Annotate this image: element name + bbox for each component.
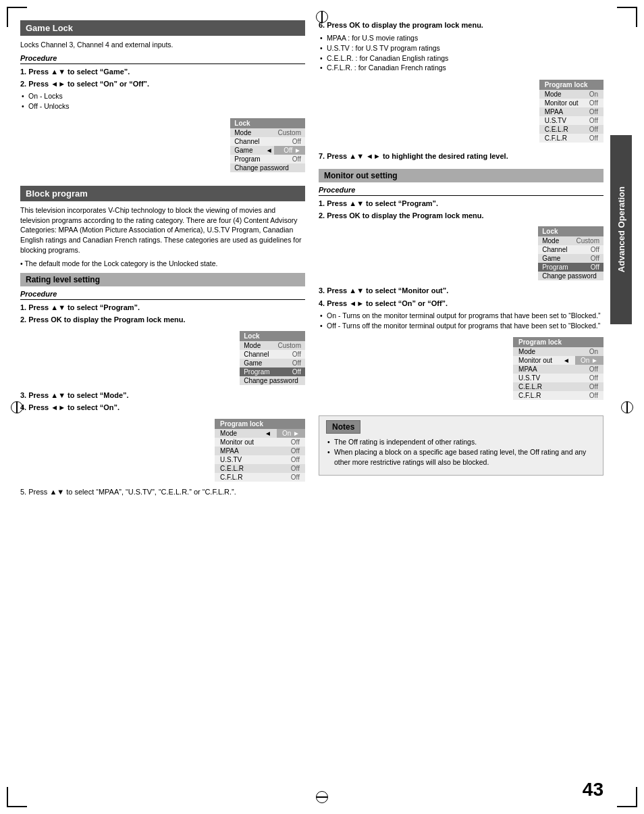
notes-item-1: The Off rating is independent of other r… — [334, 437, 596, 447]
right-prog-table-wrapper: Program lock ModeOn Monitor outOff MPAAO… — [319, 76, 603, 148]
monitor-prog-table-wrapper: Program lock ModeOn Monitor out◄On ► MPA… — [319, 334, 603, 405]
monitor-bullet-1: On - Turns on the monitor terminal outpu… — [327, 311, 603, 321]
monitor-lock-table-wrapper: Lock ModeCustom ChannelOff GameOff Progr… — [319, 223, 603, 286]
monitor-out-section: Monitor out setting Procedure 1. Press ▲… — [319, 169, 603, 406]
game-lock-step2: 2. Press ◄► to select “On” or “Off”. — [20, 79, 305, 89]
corner-br — [617, 787, 637, 807]
block-program-section: Block program This television incorporat… — [20, 186, 305, 497]
sidebar-tab: Advanced Operation — [610, 135, 632, 324]
rating-step1: 1. Press ▲▼ to select “Program”. — [20, 303, 305, 313]
rating-step4: 4. Press ◄► to select “On”. — [20, 403, 305, 413]
game-lock-table: Lock ModeCustom ChannelOff Game◄Off ► Pr… — [230, 118, 305, 172]
monitor-step3: 3. Press ▲▼ to select “Monitor out”. — [319, 286, 603, 296]
step6-bullet-1: MPAA : for U.S movie ratings — [327, 33, 603, 43]
right-column: 6. Press OK to display the program lock … — [319, 20, 603, 499]
monitor-prog-table: Program lock ModeOn Monitor out◄On ► MPA… — [513, 337, 603, 400]
game-lock-table-wrapper: Lock ModeCustom ChannelOff Game◄Off ► Pr… — [20, 115, 305, 178]
monitor-out-header: Monitor out setting — [319, 169, 603, 182]
game-lock-header: Game Lock — [20, 20, 305, 36]
monitor-step1: 1. Press ▲▼ to select “Program”. — [319, 199, 603, 209]
rating-prog-table-wrapper: Program lock Mode◄On ► Monitor outOff MP… — [20, 415, 305, 487]
rating-step5: 5. Press ▲▼ to select “MPAA”, “U.S.TV”, … — [20, 487, 305, 497]
sidebar-label: Advanced Operation — [616, 186, 626, 272]
notes-box: Notes The Off rating is independent of o… — [319, 415, 603, 475]
rating-prog-table: Program lock Mode◄On ► Monitor outOff MP… — [215, 419, 305, 482]
left-column: Game Lock Locks Channel 3, Channel 4 and… — [20, 20, 305, 499]
game-lock-desc: Locks Channel 3, Channel 4 and external … — [20, 40, 305, 50]
right-step6-title: 6. Press OK to display the program lock … — [319, 20, 603, 30]
rating-step2: 2. Press OK to display the Program lock … — [20, 315, 305, 325]
block-program-header: Block program — [20, 186, 305, 201]
step6-bullet-4: C.F.L.R. : for Canadian French ratings — [327, 63, 603, 73]
game-lock-procedure: Procedure — [20, 54, 305, 64]
game-lock-bullet-2: Off - Unlocks — [28, 101, 305, 111]
game-lock-bullets: On - Locks Off - Unlocks — [20, 91, 305, 111]
monitor-step2: 2. Press OK to display the Program lock … — [319, 211, 603, 221]
notes-item-2: When placing a block on a specific age b… — [334, 447, 596, 467]
right-step6-bullets: MPAA : for U.S movie ratings U.S.TV : fo… — [319, 33, 603, 73]
two-column-layout: Game Lock Locks Channel 3, Channel 4 and… — [20, 20, 603, 499]
right-prog-table: Program lock ModeOn Monitor outOff MPAAO… — [539, 80, 603, 143]
step6-bullet-3: C.E.L.R. : for Canadian English ratings — [327, 53, 603, 63]
notes-list: The Off rating is independent of other r… — [326, 437, 596, 467]
rating-lock-table: Lock ModeCustom ChannelOff GameOff Progr… — [240, 331, 305, 385]
monitor-step4: 4. Press ◄► to select “On” or “Off”. — [319, 299, 603, 309]
block-program-note: • The default mode for the Lock category… — [20, 259, 305, 269]
reg-right — [620, 401, 634, 414]
monitor-bullets: On - Turns on the monitor terminal outpu… — [319, 311, 603, 330]
main-content: Game Lock Locks Channel 3, Channel 4 and… — [20, 20, 603, 794]
corner-tr — [617, 7, 637, 27]
step6-bullet-2: U.S.TV : for U.S TV program ratings — [327, 43, 603, 53]
rating-step3: 3. Press ▲▼ to select “Mode”. — [20, 390, 305, 401]
rating-lock-table-wrapper: Lock ModeCustom ChannelOff GameOff Progr… — [20, 328, 305, 390]
monitor-out-procedure: Procedure — [319, 186, 603, 196]
game-lock-step1: 1. Press ▲▼ to select “Game”. — [20, 67, 305, 77]
monitor-lock-table: Lock ModeCustom ChannelOff GameOff Progr… — [538, 226, 603, 280]
block-program-desc: This television incorporates V-Chip tech… — [20, 205, 305, 255]
rating-level-procedure: Procedure — [20, 290, 305, 300]
rating-level-header: Rating level setting — [20, 273, 305, 286]
rating-level-section: Rating level setting Procedure 1. Press … — [20, 273, 305, 497]
right-step7: 7. Press ▲▼ ◄► to highlight the desired … — [319, 151, 603, 161]
game-lock-bullet-1: On - Locks — [28, 91, 305, 101]
game-lock-section: Game Lock Locks Channel 3, Channel 4 and… — [20, 20, 305, 178]
notes-header: Notes — [326, 420, 360, 434]
monitor-bullet-2: Off - Turns off the monitor terminal out… — [327, 321, 603, 331]
